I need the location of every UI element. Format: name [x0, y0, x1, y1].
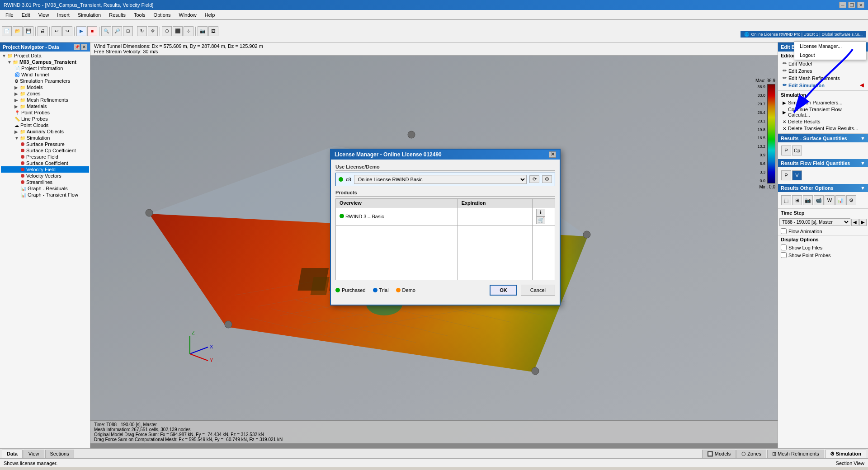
window-controls[interactable]: ─ ❐ ✕: [839, 2, 864, 8]
tree-models[interactable]: ▶ 📁 Models: [1, 84, 89, 90]
menu-insert[interactable]: Insert: [53, 11, 73, 19]
menu-view[interactable]: View: [35, 11, 53, 19]
menu-file[interactable]: File: [2, 11, 17, 19]
delete-results-row[interactable]: ✕ Delete Results: [783, 119, 863, 124]
tb-run[interactable]: ▶: [76, 26, 86, 36]
other-options-header[interactable]: Results Other Options ▼: [778, 184, 868, 192]
minimize-btn[interactable]: ─: [839, 2, 846, 8]
left-panel-controls[interactable]: 📌 ✕: [74, 44, 87, 50]
opt-btn-1[interactable]: ⬚: [781, 195, 791, 205]
logout-item[interactable]: Logout: [794, 51, 866, 60]
tree-line-probes[interactable]: 📏 Line Probes: [1, 116, 89, 122]
restore-btn[interactable]: ❐: [848, 2, 855, 8]
tab-view[interactable]: View: [24, 450, 44, 458]
tab-models[interactable]: 🔲 Models: [702, 450, 736, 458]
tree-mesh-ref[interactable]: ▶ 📁 Mesh Refinements: [1, 97, 89, 103]
tb-zoom-in[interactable]: 🔍: [101, 26, 111, 36]
left-panel-pin[interactable]: 📌: [74, 44, 80, 50]
tab-mesh-refinements[interactable]: ⊞ Mesh Refinements: [767, 450, 824, 458]
edit-zones-row[interactable]: ✏ Edit Zones: [783, 68, 863, 74]
tree-m03[interactable]: ▼ 📁 M03_Campus_Transient: [1, 59, 89, 65]
tb-undo[interactable]: ↩: [52, 26, 61, 36]
viewport-canvas[interactable]: X Y Z Max: 36.9 36.9 33.0 29.7 26.4 2: [90, 56, 778, 443]
time-nav-left[interactable]: ◀: [851, 219, 859, 226]
expand-models[interactable]: ▶: [14, 85, 20, 90]
tree-materials[interactable]: ▶ 📁 Materials: [1, 103, 89, 109]
online-license-btn[interactable]: 🌐 Online License RWIND Pro | USER 1 | Dl…: [741, 31, 866, 38]
tb-zoom-out[interactable]: 🔎: [112, 26, 122, 36]
flow-p-btn[interactable]: P: [781, 170, 791, 180]
tree-streamlines[interactable]: Streamlines: [1, 179, 89, 185]
time-nav-right[interactable]: ▶: [859, 219, 867, 226]
info-btn[interactable]: ℹ: [536, 209, 545, 216]
tb-wireframe[interactable]: ⬡: [162, 26, 172, 36]
config-btn[interactable]: ⚙: [542, 175, 552, 183]
tree-simulation[interactable]: ▼ 📁 Simulation: [1, 135, 89, 141]
menu-tools[interactable]: Tools: [130, 11, 149, 19]
tree-sim-params[interactable]: ⚙ Simulation Parameters: [1, 78, 89, 84]
menu-results[interactable]: Results: [105, 11, 129, 19]
tree-graph-transient[interactable]: 📊 Graph - Transient Flow: [1, 192, 89, 198]
tb-axes[interactable]: ⊹: [184, 26, 193, 36]
show-log-files-checkbox[interactable]: [781, 244, 787, 250]
menu-options[interactable]: Options: [150, 11, 175, 19]
tab-data[interactable]: Data: [2, 450, 23, 458]
continue-transient-row[interactable]: ▶ Continue Transient Flow Calculat...: [783, 107, 863, 118]
flow-v-btn[interactable]: V: [792, 170, 802, 180]
tb-stop[interactable]: ■: [87, 26, 97, 36]
tb-screenshot[interactable]: 🖼: [208, 26, 218, 36]
tree-pressure-field[interactable]: Pressure Field: [1, 154, 89, 160]
expand-materials[interactable]: ▶: [14, 104, 20, 109]
tree-surface-coeff[interactable]: Surface Coefficient: [1, 160, 89, 166]
cp-btn[interactable]: Cp: [792, 146, 802, 155]
opt-btn-5[interactable]: W: [825, 195, 835, 205]
delete-transient-row[interactable]: ✕ Delete Transient Flow Results...: [783, 126, 863, 131]
tb-open[interactable]: 📂: [13, 26, 23, 36]
cancel-btn[interactable]: Cancel: [521, 285, 555, 296]
tree-velocity-vectors[interactable]: Velocity Vectors: [1, 173, 89, 179]
edit-sim-row[interactable]: ✏ Edit Simulation ◀: [783, 82, 863, 88]
flow-animation-checkbox[interactable]: [781, 228, 787, 234]
modal-close-btn[interactable]: ✕: [549, 151, 556, 158]
pressure-btn[interactable]: P: [781, 146, 791, 155]
expand-simulation[interactable]: ▼: [14, 136, 20, 141]
tb-redo[interactable]: ↪: [62, 26, 72, 36]
menu-simulation[interactable]: Simulation: [74, 11, 104, 19]
time-step-select[interactable]: T088 - 190.00 [s], Master: [779, 218, 850, 226]
opt-btn-4[interactable]: 📹: [814, 195, 824, 205]
tb-rotate[interactable]: ↻: [137, 26, 147, 36]
expand-zones[interactable]: ▶: [14, 91, 20, 96]
expand-aux[interactable]: ▶: [14, 129, 20, 134]
tree-point-probes[interactable]: 📍 Point Probes: [1, 109, 89, 116]
tb-new[interactable]: 📄: [2, 26, 12, 36]
tb-print[interactable]: 🖨: [38, 26, 47, 36]
license-select-dropdown[interactable]: Online License RWIND Basic: [354, 175, 527, 184]
tree-project-data[interactable]: ▼ 📁 Project Data: [1, 52, 89, 59]
tb-camera[interactable]: 📷: [198, 26, 208, 36]
tab-simulation[interactable]: ⚙ Simulation: [825, 450, 866, 458]
menu-help[interactable]: Help: [201, 11, 219, 19]
opt-btn-6[interactable]: 📊: [835, 195, 845, 205]
close-btn[interactable]: ✕: [857, 2, 864, 8]
flow-field-header[interactable]: Results Flow Field Quantities ▼: [778, 159, 868, 167]
tree-velocity-field[interactable]: Velocity Field: [1, 166, 89, 173]
edit-model-row[interactable]: ✏ Edit Model: [783, 61, 863, 66]
ok-btn[interactable]: OK: [490, 285, 517, 296]
expand-mesh[interactable]: ▶: [14, 98, 20, 103]
product-actions[interactable]: ℹ 🛒: [533, 207, 555, 226]
sim-params-row[interactable]: ▶ Simulation Parameters...: [783, 100, 863, 105]
opt-btn-3[interactable]: 📷: [803, 195, 813, 205]
tree-graph-residuals[interactable]: 📊 Graph - Residuals: [1, 185, 89, 192]
tree-surface-cp[interactable]: Surface Cp Coefficient: [1, 147, 89, 154]
menu-edit[interactable]: Edit: [18, 11, 34, 19]
opt-btn-7[interactable]: ⚙: [846, 195, 856, 205]
license-manager-item[interactable]: License Manager...: [794, 42, 866, 51]
expand-m03[interactable]: ▼: [7, 60, 13, 65]
tree-surface-pressure[interactable]: Surface Pressure: [1, 141, 89, 147]
expand-project-data[interactable]: ▼: [2, 53, 7, 58]
refresh-btn[interactable]: ⟳: [529, 175, 539, 183]
tree-project-info[interactable]: 📄 Project Information: [1, 65, 89, 71]
tb-fit[interactable]: ⊡: [123, 26, 133, 36]
tb-solid[interactable]: ⬛: [173, 26, 183, 36]
surface-quantities-header[interactable]: Results - Surface Quantities ▼: [778, 134, 868, 142]
